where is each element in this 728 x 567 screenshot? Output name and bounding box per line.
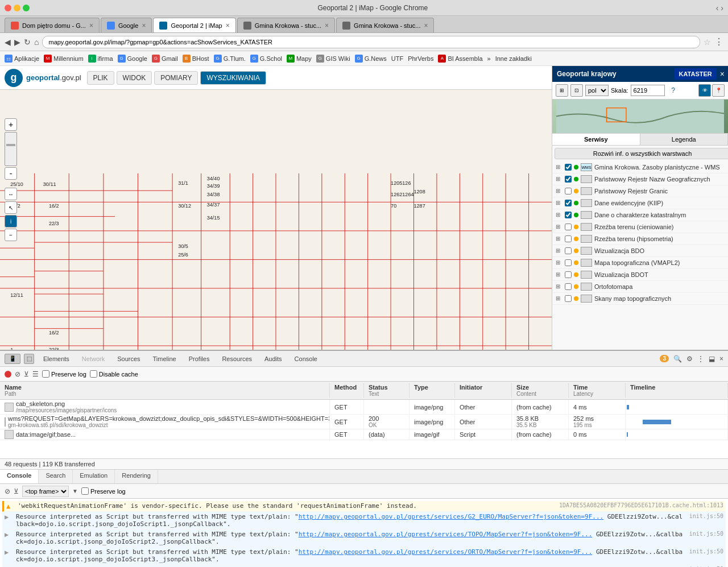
col-header-initiator[interactable]: Initiator xyxy=(455,383,512,398)
devtools-settings-icon[interactable]: ⚙ xyxy=(686,355,693,363)
col-header-time[interactable]: Time Latency xyxy=(569,383,626,398)
tab-profiles[interactable]: Profiles xyxy=(183,353,216,365)
bookmark-apps[interactable]: ⚏ Aplikacje xyxy=(5,55,39,63)
tab-4-close[interactable]: × xyxy=(325,22,329,30)
msg-location-3[interactable]: init.js:50 xyxy=(689,531,723,537)
table-row[interactable]: cab_skeleton.png /map/resources/images/g… xyxy=(0,400,728,415)
bookmark-millennium[interactable]: M Millennium xyxy=(44,55,84,63)
devtools-search-icon[interactable]: 🔍 xyxy=(673,355,682,363)
layer-check-6[interactable] xyxy=(565,224,572,230)
col-header-type[interactable]: Type xyxy=(410,383,455,398)
layer-check-11[interactable] xyxy=(565,283,572,290)
msg-location-4[interactable]: init.js:50 xyxy=(689,548,723,554)
home-button[interactable]: ⌂ xyxy=(34,38,39,47)
select-button[interactable]: ↖ xyxy=(5,201,17,214)
col-header-status[interactable]: Status Text xyxy=(364,383,410,398)
bookmark-utf[interactable]: UTF xyxy=(391,55,403,62)
menu-pomiary[interactable]: POMIARY xyxy=(154,71,198,85)
zoom-in-button[interactable]: + xyxy=(5,118,17,131)
tool-btn-1[interactable]: ⊞ xyxy=(556,84,568,97)
identify-button[interactable]: i xyxy=(5,215,17,227)
tab-4[interactable]: Gmina Krokowa - stuc... × xyxy=(237,18,335,32)
table-row[interactable]: data:image/gif;base... GET (data) image/… xyxy=(0,429,728,440)
zoom-out-button[interactable]: - xyxy=(5,167,17,180)
layer-expand-11[interactable]: ⊞ xyxy=(556,283,562,290)
scale-input[interactable] xyxy=(631,85,665,96)
filter-icon[interactable]: ⊻ xyxy=(24,370,29,378)
layer-expand-3[interactable]: ⊞ xyxy=(556,188,562,194)
devtools-more-icon[interactable]: ⋮ xyxy=(697,355,704,363)
layer-expand-5[interactable]: ⊞ xyxy=(556,212,562,218)
frame-select[interactable]: <top frame> xyxy=(22,486,69,497)
msg-link-2[interactable]: http://mapy.geoportal.gov.pl/gprest/serv… xyxy=(299,513,603,520)
back-button[interactable]: ◀ xyxy=(5,38,11,47)
tab-5[interactable]: Gmina Krokowa - stuc... × xyxy=(336,18,434,32)
tab-5-close[interactable]: × xyxy=(424,22,428,30)
preserve-log-console-checkbox[interactable]: Preserve log xyxy=(81,487,126,495)
tab-console-bottom[interactable]: Console xyxy=(0,470,39,483)
layer-check-1[interactable] xyxy=(565,164,572,171)
bookmark-phrverbs[interactable]: PhrVerbs xyxy=(408,55,433,62)
layer-expand-6[interactable]: ⊞ xyxy=(556,224,562,230)
bookmark-google[interactable]: G Google xyxy=(118,55,147,63)
bookmark-gnews[interactable]: G G.News xyxy=(355,55,387,63)
tab-2[interactable]: Google × xyxy=(101,18,152,32)
layer-check-10[interactable] xyxy=(565,271,572,278)
pan-button[interactable]: ↔ xyxy=(5,188,17,200)
zoom-slider[interactable] xyxy=(5,132,17,166)
bookmark-inne[interactable]: Inne zakładki xyxy=(495,55,532,62)
group-icon[interactable]: ☰ xyxy=(32,370,39,378)
col-header-timeline[interactable]: Timeline xyxy=(626,383,728,398)
minimize-traffic-light[interactable] xyxy=(14,5,20,11)
tab-rendering-bottom[interactable]: Rendering xyxy=(115,470,158,483)
col-header-method[interactable]: Method xyxy=(330,383,364,398)
chevron-left-icon[interactable]: ‹ xyxy=(716,3,719,13)
table-row[interactable]: wms?REQUEST=GetMap&LAYERS=krokowa_dowziz… xyxy=(0,415,728,429)
frame-dropdown-icon[interactable]: ▼ xyxy=(72,488,78,494)
layer-expand-8[interactable]: ⊞ xyxy=(556,247,562,254)
layer-expand-4[interactable]: ⊞ xyxy=(556,200,562,206)
menu-widok[interactable]: WIDOK xyxy=(117,71,152,85)
preserve-log-checkbox[interactable]: Preserve log xyxy=(42,370,86,378)
chrome-menu-icon[interactable]: ⋮ xyxy=(714,36,723,47)
tab-console[interactable]: Console xyxy=(289,353,323,365)
bookmark-star-icon[interactable]: ☆ xyxy=(704,38,711,47)
close-traffic-light[interactable] xyxy=(5,5,11,11)
layer-expand-7[interactable]: ⊞ xyxy=(556,235,562,242)
help-btn[interactable]: ? xyxy=(667,84,680,97)
col-header-name[interactable]: Name Path xyxy=(0,383,330,398)
tab-audits[interactable]: Audits xyxy=(259,353,288,365)
disable-cache-checkbox[interactable]: Disable cache xyxy=(90,370,138,378)
tab-search-bottom[interactable]: Search xyxy=(39,470,73,483)
layer-check-8[interactable] xyxy=(565,247,572,254)
tab-timeline[interactable]: Timeline xyxy=(147,353,182,365)
address-input[interactable] xyxy=(42,36,700,48)
devtools-inspect-btn[interactable]: ⬚ xyxy=(24,354,34,364)
menu-plik[interactable]: PLIK xyxy=(87,71,114,85)
tab-3-close[interactable]: × xyxy=(226,22,230,30)
console-clear-icon[interactable]: ⊘ xyxy=(5,487,10,495)
chevron-right-icon[interactable]: › xyxy=(721,3,723,13)
layer-check-5[interactable] xyxy=(565,212,572,218)
layer-check-9[interactable] xyxy=(565,259,572,266)
tab-emulation-bottom[interactable]: Emulation xyxy=(73,470,115,483)
tab-legenda[interactable]: Legenda xyxy=(640,134,729,145)
devtools-device-btn[interactable]: 📱 xyxy=(5,354,20,364)
bookmark-more[interactable]: » xyxy=(487,55,491,62)
layer-check-2[interactable] xyxy=(565,176,572,183)
tab-serwisy[interactable]: Serwisy xyxy=(552,134,640,145)
devtools-close-icon[interactable]: × xyxy=(719,355,723,363)
zoom-out-map-button[interactable]: − xyxy=(5,229,17,241)
bookmark-bhost[interactable]: B BHost xyxy=(183,55,209,63)
tab-elements[interactable]: Elements xyxy=(38,353,75,365)
layer-check-7[interactable] xyxy=(565,235,572,242)
tab-resources[interactable]: Resources xyxy=(216,353,258,365)
bookmark-mapy[interactable]: M Mapy xyxy=(287,55,312,63)
layer-expand-12[interactable]: ⊞ xyxy=(556,295,562,302)
panel-thumbnail[interactable] xyxy=(552,100,728,134)
col-header-size[interactable]: Size Content xyxy=(512,383,569,398)
clear-icon[interactable]: ⊘ xyxy=(15,370,20,378)
forward-button[interactable]: ▶ xyxy=(14,38,20,47)
expand-all-button[interactable]: Rozwiń inf. o wszystkich warstwach xyxy=(555,148,728,159)
devtools-dock-icon[interactable]: ⬓ xyxy=(709,355,715,363)
